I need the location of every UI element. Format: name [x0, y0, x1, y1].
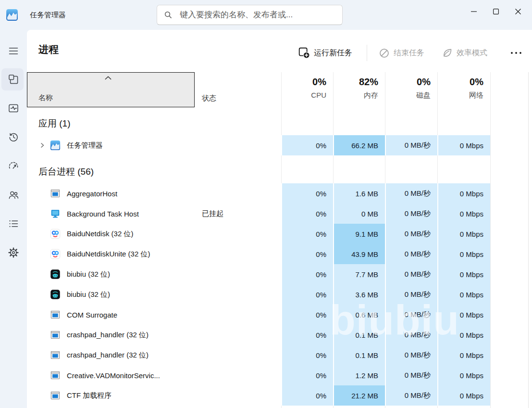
task-manager-logo-icon [6, 9, 18, 21]
network-cell: 0 Mbps [437, 135, 490, 155]
process-name-cell: biubiu (32 位) [27, 264, 195, 284]
window-icon [50, 390, 61, 401]
run-new-task-button[interactable]: 运行新任务 [295, 45, 356, 61]
network-cell: 0 Mbps [437, 183, 490, 204]
column-header-name[interactable]: 名称 [27, 72, 195, 107]
titlebar: 任务管理器 [0, 0, 532, 30]
maximize-button[interactable] [485, 1, 507, 22]
sort-ascending-icon [103, 76, 113, 80]
table-row[interactable]: BaiduNetdisk (32 位)0%9.1 MB0 MB/秒0 Mbps [27, 224, 532, 244]
efficiency-mode-label: 效率模式 [457, 48, 487, 58]
process-name: Background Task Host [67, 210, 139, 218]
end-task-label: 结束任务 [394, 48, 424, 58]
sidebar-item-services[interactable] [8, 247, 19, 258]
table-row[interactable]: CTF 加载程序0%21.2 MB0 MB/秒0 Mbps [27, 385, 532, 406]
status-cell [195, 264, 281, 284]
network-cell: 0 Mbps [437, 264, 490, 284]
expand-chevron-icon[interactable] [39, 142, 46, 149]
process-name: BaiduNetdiskUnite (32 位) [67, 250, 150, 259]
network-cell: 0 Mbps [437, 385, 490, 406]
startup-apps-icon [8, 160, 19, 172]
network-cell: 0 Mbps [437, 224, 490, 244]
task-manager-window: 任务管理器 进程 运行新任务 [0, 0, 532, 408]
process-name-cell: BaiduNetdisk (32 位) [27, 224, 195, 244]
status-cell [195, 284, 281, 305]
sidebar-item-details[interactable] [8, 218, 19, 230]
process-name: biubiu (32 位) [67, 270, 110, 279]
table-row[interactable]: biubiu (32 位)0%3.6 MB0 MB/秒0 Mbps [27, 284, 532, 305]
baidu-icon [50, 229, 61, 239]
status-cell: 已挂起 [195, 204, 281, 224]
group-label: 后台进程 (56) [38, 166, 94, 178]
table-row[interactable]: biubiu (32 位)0%7.7 MB0 MB/秒0 Mbps [27, 264, 532, 284]
menu-icon [8, 45, 19, 57]
window-icon [50, 188, 61, 199]
column-header-memory[interactable]: 82% 内存 [333, 72, 385, 107]
search-box[interactable] [157, 5, 343, 25]
memory-cell: 3.6 MB [333, 284, 385, 305]
process-name-cell: Creative.VADMonitorServic... [27, 365, 195, 385]
process-name: Creative.VADMonitorServic... [67, 371, 160, 380]
column-header-disk[interactable]: 0% 磁盘 [385, 72, 437, 107]
close-button[interactable] [507, 1, 529, 22]
table-row[interactable]: 任务管理器0%66.2 MB0 MB/秒0 Mbps [27, 135, 532, 155]
cpu-cell: 0% [281, 224, 333, 244]
network-cell: 0 Mbps [437, 305, 490, 325]
status-cell [195, 365, 281, 385]
run-new-task-label: 运行新任务 [314, 48, 352, 58]
window-icon [50, 370, 61, 381]
sidebar-item-startup-apps[interactable] [8, 160, 19, 172]
table-row[interactable]: crashpad_handler (32 位)0%0.1 MB0 MB/秒0 M… [27, 325, 532, 345]
cpu-cell: 0% [281, 385, 333, 406]
process-name: biubiu (32 位) [67, 290, 110, 299]
column-header-status[interactable]: 状态 [202, 94, 216, 103]
sidebar-item-performance[interactable] [8, 102, 19, 114]
status-cell [195, 305, 281, 325]
table-row[interactable]: AggregatorHost0%1.6 MB0 MB/秒0 Mbps [27, 183, 532, 204]
memory-cell: 0 MB [333, 204, 385, 224]
process-name: crashpad_handler (32 位) [67, 331, 148, 340]
disk-cell: 0 MB/秒 [385, 284, 437, 305]
process-group-header[interactable]: 后台进程 (56) [27, 155, 532, 183]
disk-cell: 0 MB/秒 [385, 365, 437, 385]
performance-icon [8, 102, 19, 114]
disk-cell: 0 MB/秒 [385, 264, 437, 284]
more-options-button[interactable] [507, 49, 525, 58]
disk-total-percent: 0% [385, 76, 431, 88]
disk-cell: 0 MB/秒 [385, 204, 437, 224]
end-task-button[interactable]: 结束任务 [375, 46, 428, 61]
memory-cell: 1.2 MB [333, 365, 385, 385]
monitor-icon [50, 208, 61, 219]
disk-cell: 0 MB/秒 [385, 224, 437, 244]
status-cell [195, 224, 281, 244]
window-controls [463, 1, 529, 22]
sidebar-item-app-history[interactable] [8, 131, 19, 143]
minimize-button[interactable] [463, 1, 485, 22]
table-row[interactable]: COM Surrogate0%0.6 MB0 MB/秒0 Mbps [27, 305, 532, 325]
table-row[interactable]: BaiduNetdiskUnite (32 位)0%43.9 MB0 MB/秒0… [27, 244, 532, 264]
disk-cell: 0 MB/秒 [385, 345, 437, 365]
network-cell: 0 Mbps [437, 244, 490, 264]
disk-cell: 0 MB/秒 [385, 135, 437, 155]
search-input[interactable] [179, 10, 335, 20]
column-header-network[interactable]: 0% 网络 [437, 72, 490, 107]
efficiency-mode-button[interactable]: 效率模式 [438, 46, 491, 61]
sidebar-item-users[interactable] [8, 189, 19, 201]
sidebar-item-processes[interactable] [8, 74, 19, 85]
status-cell [195, 183, 281, 204]
disk-cell: 0 MB/秒 [385, 325, 437, 345]
table-row[interactable]: Creative.VADMonitorServic...0%1.2 MB0 MB… [27, 365, 532, 385]
process-name-cell: Background Task Host [27, 204, 195, 224]
disk-cell: 0 MB/秒 [385, 244, 437, 264]
nav-menu-button[interactable] [8, 45, 19, 57]
table-row[interactable]: Background Task Host已挂起0%0 MB0 MB/秒0 Mbp… [27, 204, 532, 224]
memory-cell: 66.2 MB [333, 135, 385, 155]
cpu-cell: 0% [281, 264, 333, 284]
table-row[interactable]: crashpad_handler (32 位)0%0.1 MB0 MB/秒0 M… [27, 345, 532, 365]
column-header-cpu[interactable]: 0% CPU [281, 72, 333, 107]
network-column-label: 网络 [437, 91, 483, 100]
process-name-cell: AggregatorHost [27, 183, 195, 204]
network-cell: 0 Mbps [437, 345, 490, 365]
network-cell: 0 Mbps [437, 365, 490, 385]
process-group-header[interactable]: 应用 (1) [27, 107, 532, 135]
